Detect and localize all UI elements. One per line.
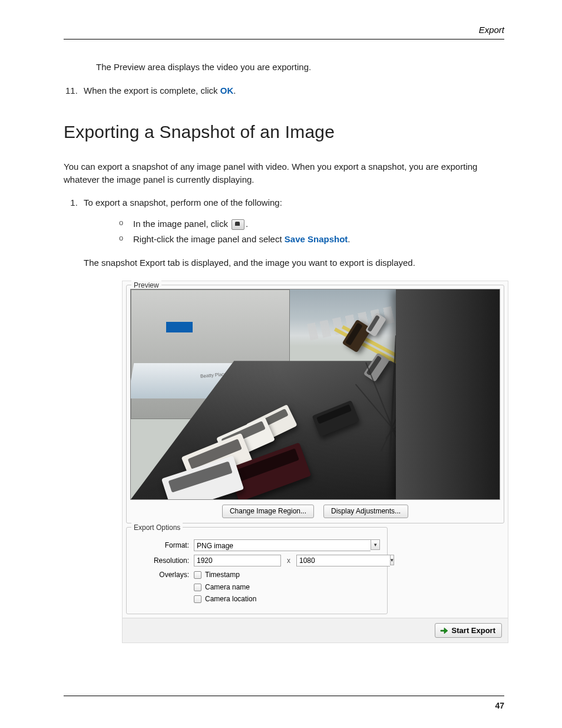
export-dialog-screenshot: Preview Beatty Place bbox=[122, 281, 508, 643]
after-bullets: The snapshot Export tab is displayed, an… bbox=[84, 256, 504, 269]
resolution-row: Resolution: x ▾ bbox=[133, 555, 381, 566]
header-rule bbox=[64, 39, 504, 39]
step-1: To export a snapshot, perform one of the… bbox=[80, 196, 504, 643]
sub-options: In the image panel, click . Right-click … bbox=[119, 218, 504, 246]
sub-b-suffix: . bbox=[348, 234, 350, 244]
save-snapshot-link[interactable]: Save Snapshot bbox=[285, 234, 348, 244]
overlay-camera-name-row: Camera name bbox=[194, 582, 256, 592]
step-11: When the export is complete, click OK. bbox=[80, 84, 504, 97]
page-footer: 47 bbox=[64, 696, 504, 711]
overlay-camera-name-checkbox[interactable] bbox=[194, 584, 201, 591]
section-intro: You can export a snapshot of any image p… bbox=[64, 160, 504, 186]
snapshot-icon bbox=[232, 219, 244, 230]
step-1-text: To export a snapshot, perform one of the… bbox=[84, 197, 282, 207]
sub-option-b: Right-click the image panel and select S… bbox=[119, 233, 504, 246]
page-number: 47 bbox=[495, 701, 504, 710]
export-options-label: Export Options bbox=[131, 523, 183, 533]
overlay-timestamp-label: Timestamp bbox=[205, 570, 240, 580]
sub-a-prefix: In the image panel, click bbox=[133, 219, 230, 229]
overlays-options: Timestamp Camera name Camera location bbox=[194, 570, 256, 604]
overlay-camera-name-label: Camera name bbox=[205, 582, 250, 592]
resolution-width-input[interactable] bbox=[194, 555, 281, 566]
sub-option-a: In the image panel, click . bbox=[119, 218, 504, 230]
overlay-timestamp-row: Timestamp bbox=[194, 570, 256, 580]
overlay-camera-location-label: Camera location bbox=[205, 594, 256, 604]
display-adjustments-button[interactable]: Display Adjustments... bbox=[323, 505, 408, 518]
sub-a-suffix: . bbox=[246, 219, 248, 229]
preview-group: Preview Beatty Place bbox=[126, 285, 504, 523]
format-dropdown[interactable]: PNG image bbox=[194, 539, 371, 551]
overlay-camera-location-row: Camera location bbox=[194, 594, 256, 604]
page: Export The Preview area displays the vid… bbox=[0, 0, 562, 677]
overlay-timestamp-checkbox[interactable] bbox=[194, 571, 201, 579]
export-dialog-frame: Preview Beatty Place bbox=[122, 281, 508, 643]
ok-link[interactable]: OK bbox=[220, 85, 234, 95]
resolution-separator: x bbox=[287, 556, 290, 566]
format-row: Format: PNG image ▾ bbox=[133, 539, 381, 551]
sub-b-prefix: Right-click the image panel and select bbox=[133, 234, 285, 244]
resolution-label: Resolution: bbox=[133, 556, 194, 566]
section-heading: Exporting a Snapshot of an Image bbox=[64, 119, 504, 145]
overlay-camera-location-checkbox[interactable] bbox=[194, 595, 201, 603]
format-label: Format: bbox=[133, 541, 194, 551]
start-export-arrow-icon bbox=[440, 627, 448, 635]
step-11-prefix: When the export is complete, click bbox=[84, 85, 220, 95]
start-export-button[interactable]: Start Export bbox=[435, 623, 502, 638]
resolution-dropdown-arrow[interactable]: ▾ bbox=[390, 555, 394, 565]
overlays-label: Overlays: bbox=[133, 570, 194, 580]
format-dropdown-arrow[interactable]: ▾ bbox=[371, 539, 380, 550]
step-list-continued: When the export is complete, click OK. bbox=[64, 84, 504, 97]
step-11-suffix: . bbox=[233, 85, 236, 95]
start-export-label: Start Export bbox=[452, 626, 495, 635]
step-list: To export a snapshot, perform one of the… bbox=[64, 196, 504, 643]
preview-note: The Preview area displays the video you … bbox=[64, 61, 504, 74]
overlays-row: Overlays: Timestamp Camera name bbox=[133, 570, 381, 604]
dialog-footer: Start Export bbox=[123, 618, 508, 643]
preview-image: Beatty Place bbox=[130, 289, 500, 500]
resolution-height-input[interactable] bbox=[296, 555, 390, 566]
change-image-region-button[interactable]: Change Image Region... bbox=[222, 505, 314, 518]
export-options-group: Export Options Format: PNG image ▾ Resol… bbox=[126, 527, 388, 614]
running-head: Export bbox=[64, 24, 504, 39]
preview-button-row: Change Image Region... Display Adjustmen… bbox=[130, 505, 500, 518]
